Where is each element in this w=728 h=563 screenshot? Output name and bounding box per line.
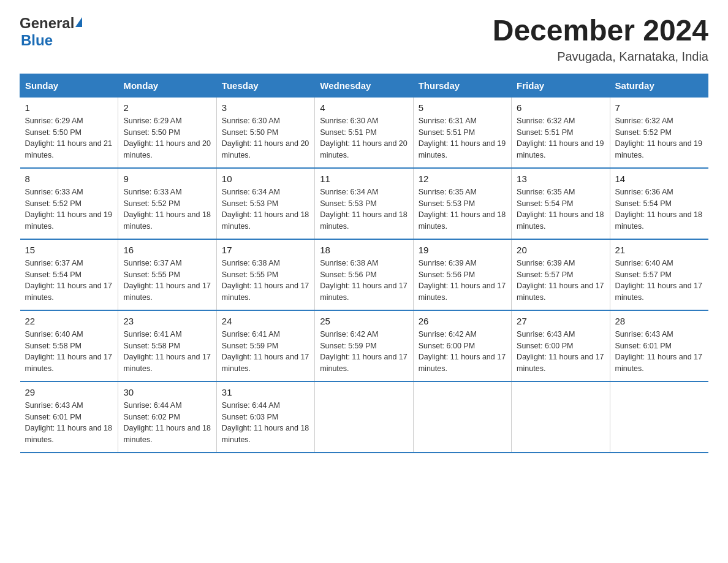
calendar-cell: 23Sunrise: 6:41 AMSunset: 5:58 PMDayligh… <box>118 310 216 381</box>
calendar-header-row: SundayMondayTuesdayWednesdayThursdayFrid… <box>20 74 708 97</box>
day-number: 23 <box>123 316 211 326</box>
calendar-cell: 14Sunrise: 6:36 AMSunset: 5:54 PMDayligh… <box>610 168 708 239</box>
day-info: Sunrise: 6:42 AMSunset: 6:00 PMDaylight:… <box>419 329 506 375</box>
day-info: Sunrise: 6:34 AMSunset: 5:53 PMDaylight:… <box>222 186 309 232</box>
day-number: 15 <box>25 245 113 255</box>
day-number: 27 <box>517 316 604 326</box>
day-info: Sunrise: 6:38 AMSunset: 5:56 PMDaylight:… <box>320 258 408 304</box>
day-info: Sunrise: 6:35 AMSunset: 5:53 PMDaylight:… <box>419 186 506 232</box>
calendar-cell: 22Sunrise: 6:40 AMSunset: 5:58 PMDayligh… <box>20 310 118 381</box>
day-info: Sunrise: 6:33 AMSunset: 5:52 PMDaylight:… <box>123 186 211 232</box>
calendar-cell: 17Sunrise: 6:38 AMSunset: 5:55 PMDayligh… <box>216 239 314 310</box>
col-header-sunday: Sunday <box>20 74 118 97</box>
day-number: 4 <box>320 102 408 113</box>
day-info: Sunrise: 6:35 AMSunset: 5:54 PMDaylight:… <box>517 186 604 232</box>
col-header-wednesday: Wednesday <box>315 74 413 97</box>
day-number: 28 <box>615 316 703 326</box>
calendar-cell: 19Sunrise: 6:39 AMSunset: 5:56 PMDayligh… <box>413 239 511 310</box>
day-number: 31 <box>222 387 309 397</box>
day-info: Sunrise: 6:44 AMSunset: 6:03 PMDaylight:… <box>222 400 309 446</box>
day-info: Sunrise: 6:41 AMSunset: 5:59 PMDaylight:… <box>222 329 309 375</box>
title-block: December 2024 Pavugada, Karnataka, India <box>493 15 708 64</box>
logo-triangle-icon <box>75 17 82 27</box>
day-number: 8 <box>25 174 113 184</box>
calendar-cell <box>610 381 708 453</box>
calendar-cell: 5Sunrise: 6:31 AMSunset: 5:51 PMDaylight… <box>413 97 511 168</box>
day-info: Sunrise: 6:43 AMSunset: 6:01 PMDaylight:… <box>25 400 113 446</box>
day-info: Sunrise: 6:38 AMSunset: 5:55 PMDaylight:… <box>222 258 309 304</box>
day-info: Sunrise: 6:39 AMSunset: 5:57 PMDaylight:… <box>517 258 604 304</box>
day-number: 18 <box>320 245 408 255</box>
day-info: Sunrise: 6:37 AMSunset: 5:54 PMDaylight:… <box>25 258 113 304</box>
day-number: 1 <box>25 102 113 113</box>
logo-blue-text: Blue <box>21 32 53 48</box>
calendar-cell: 9Sunrise: 6:33 AMSunset: 5:52 PMDaylight… <box>118 168 216 239</box>
calendar-table: SundayMondayTuesdayWednesdayThursdayFrid… <box>20 74 708 453</box>
calendar-cell: 7Sunrise: 6:32 AMSunset: 5:52 PMDaylight… <box>610 97 708 168</box>
day-info: Sunrise: 6:37 AMSunset: 5:55 PMDaylight:… <box>123 258 211 304</box>
logo: General Blue <box>20 15 83 49</box>
calendar-cell: 8Sunrise: 6:33 AMSunset: 5:52 PMDaylight… <box>20 168 118 239</box>
day-number: 24 <box>222 316 309 326</box>
calendar-cell: 15Sunrise: 6:37 AMSunset: 5:54 PMDayligh… <box>20 239 118 310</box>
calendar-week-row: 1Sunrise: 6:29 AMSunset: 5:50 PMDaylight… <box>20 97 708 168</box>
day-number: 19 <box>419 245 506 255</box>
calendar-cell: 13Sunrise: 6:35 AMSunset: 5:54 PMDayligh… <box>512 168 610 239</box>
calendar-week-row: 8Sunrise: 6:33 AMSunset: 5:52 PMDaylight… <box>20 168 708 239</box>
day-info: Sunrise: 6:44 AMSunset: 6:02 PMDaylight:… <box>123 400 211 446</box>
calendar-cell: 6Sunrise: 6:32 AMSunset: 5:51 PMDaylight… <box>512 97 610 168</box>
calendar-cell: 31Sunrise: 6:44 AMSunset: 6:03 PMDayligh… <box>216 381 314 453</box>
calendar-cell: 28Sunrise: 6:43 AMSunset: 6:01 PMDayligh… <box>610 310 708 381</box>
calendar-cell: 4Sunrise: 6:30 AMSunset: 5:51 PMDaylight… <box>315 97 413 168</box>
day-number: 16 <box>123 245 211 255</box>
calendar-cell: 21Sunrise: 6:40 AMSunset: 5:57 PMDayligh… <box>610 239 708 310</box>
day-info: Sunrise: 6:40 AMSunset: 5:58 PMDaylight:… <box>25 329 113 375</box>
day-info: Sunrise: 6:30 AMSunset: 5:50 PMDaylight:… <box>222 115 309 161</box>
day-number: 10 <box>222 174 309 184</box>
day-info: Sunrise: 6:30 AMSunset: 5:51 PMDaylight:… <box>320 115 408 161</box>
day-number: 20 <box>517 245 604 255</box>
day-info: Sunrise: 6:42 AMSunset: 5:59 PMDaylight:… <box>320 329 408 375</box>
day-info: Sunrise: 6:32 AMSunset: 5:51 PMDaylight:… <box>517 115 604 161</box>
logo-general-text: General <box>20 15 74 32</box>
page-header: General Blue December 2024 Pavugada, Kar… <box>20 15 708 64</box>
col-header-friday: Friday <box>512 74 610 97</box>
calendar-cell <box>315 381 413 453</box>
col-header-tuesday: Tuesday <box>216 74 314 97</box>
day-number: 7 <box>615 102 703 113</box>
col-header-monday: Monday <box>118 74 216 97</box>
day-number: 6 <box>517 102 604 113</box>
calendar-cell: 29Sunrise: 6:43 AMSunset: 6:01 PMDayligh… <box>20 381 118 453</box>
col-header-thursday: Thursday <box>413 74 511 97</box>
calendar-cell: 30Sunrise: 6:44 AMSunset: 6:02 PMDayligh… <box>118 381 216 453</box>
location-title: Pavugada, Karnataka, India <box>493 50 708 64</box>
calendar-cell: 27Sunrise: 6:43 AMSunset: 6:00 PMDayligh… <box>512 310 610 381</box>
calendar-cell <box>413 381 511 453</box>
day-number: 11 <box>320 174 408 184</box>
day-info: Sunrise: 6:41 AMSunset: 5:58 PMDaylight:… <box>123 329 211 375</box>
day-info: Sunrise: 6:43 AMSunset: 6:01 PMDaylight:… <box>615 329 703 375</box>
calendar-cell: 18Sunrise: 6:38 AMSunset: 5:56 PMDayligh… <box>315 239 413 310</box>
calendar-cell: 26Sunrise: 6:42 AMSunset: 6:00 PMDayligh… <box>413 310 511 381</box>
day-number: 2 <box>123 102 211 113</box>
day-number: 14 <box>615 174 703 184</box>
day-number: 9 <box>123 174 211 184</box>
calendar-cell <box>512 381 610 453</box>
calendar-week-row: 15Sunrise: 6:37 AMSunset: 5:54 PMDayligh… <box>20 239 708 310</box>
day-info: Sunrise: 6:29 AMSunset: 5:50 PMDaylight:… <box>123 115 211 161</box>
calendar-week-row: 22Sunrise: 6:40 AMSunset: 5:58 PMDayligh… <box>20 310 708 381</box>
calendar-cell: 25Sunrise: 6:42 AMSunset: 5:59 PMDayligh… <box>315 310 413 381</box>
day-info: Sunrise: 6:33 AMSunset: 5:52 PMDaylight:… <box>25 186 113 232</box>
day-info: Sunrise: 6:32 AMSunset: 5:52 PMDaylight:… <box>615 115 703 161</box>
day-number: 30 <box>123 387 211 397</box>
day-info: Sunrise: 6:36 AMSunset: 5:54 PMDaylight:… <box>615 186 703 232</box>
day-number: 22 <box>25 316 113 326</box>
calendar-cell: 2Sunrise: 6:29 AMSunset: 5:50 PMDaylight… <box>118 97 216 168</box>
calendar-cell: 3Sunrise: 6:30 AMSunset: 5:50 PMDaylight… <box>216 97 314 168</box>
day-info: Sunrise: 6:39 AMSunset: 5:56 PMDaylight:… <box>419 258 506 304</box>
day-number: 3 <box>222 102 309 113</box>
calendar-cell: 24Sunrise: 6:41 AMSunset: 5:59 PMDayligh… <box>216 310 314 381</box>
day-number: 13 <box>517 174 604 184</box>
day-number: 21 <box>615 245 703 255</box>
calendar-cell: 1Sunrise: 6:29 AMSunset: 5:50 PMDaylight… <box>20 97 118 168</box>
